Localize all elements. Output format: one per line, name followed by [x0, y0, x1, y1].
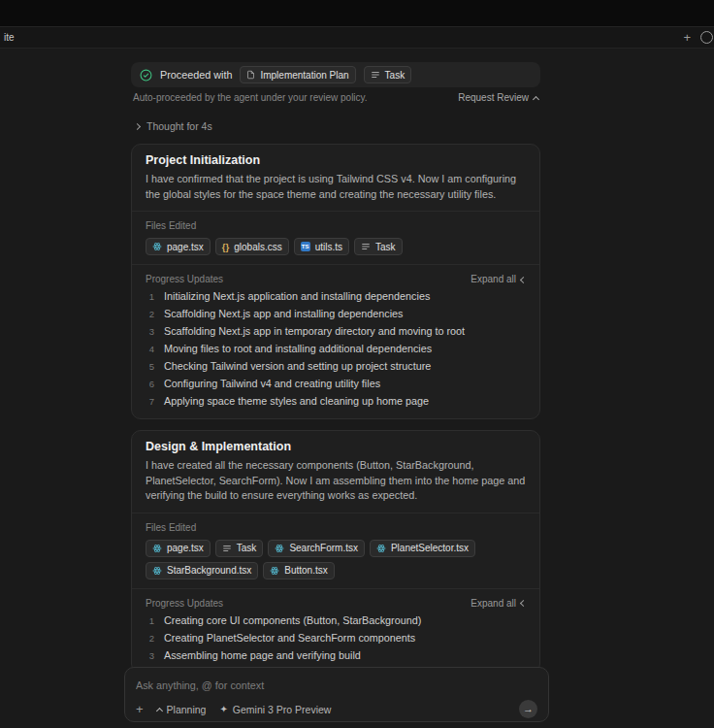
- progress-update[interactable]: 5 Checking Tailwind version and setting …: [146, 357, 526, 375]
- files-edited-label: Files Edited: [146, 220, 526, 231]
- file-chip-label: Task: [237, 543, 257, 553]
- progress-updates-label: Progress Updates: [146, 598, 223, 609]
- tab-label-partial[interactable]: ite: [4, 32, 15, 43]
- thought-toggle[interactable]: Thought for 4s: [131, 120, 540, 132]
- update-number: 2: [147, 309, 154, 319]
- chat-input[interactable]: [136, 679, 537, 691]
- task-chip[interactable]: Task: [364, 66, 412, 83]
- arrow-icon: →: [523, 704, 534, 714]
- update-number: 3: [147, 650, 154, 661]
- expand-all-label: Expand all: [471, 274, 516, 284]
- check-circle-icon: [140, 69, 152, 82]
- file-chip-label: page.tsx: [167, 543, 204, 553]
- file-chip[interactable]: PlanetSelector.tsx: [370, 540, 475, 557]
- progress-updates-section: Progress Updates Expand all 1 Initializi…: [132, 264, 539, 418]
- react-icon: [152, 544, 162, 553]
- implementation-plan-chip[interactable]: Implementation Plan: [240, 66, 355, 83]
- file-chip-label: globals.css: [234, 242, 281, 252]
- request-review-button[interactable]: Request Review: [458, 92, 538, 103]
- update-text: Initializing Next.js application and ins…: [164, 290, 430, 302]
- file-chip-label: Button.tsx: [284, 565, 327, 576]
- list-icon: [361, 242, 371, 251]
- window-titlebar: [0, 0, 714, 27]
- request-review-label: Request Review: [458, 92, 529, 103]
- model-label: Gemini 3 Pro Preview: [233, 704, 332, 715]
- proceeded-label: Proceeded with: [160, 69, 232, 81]
- update-number: 4: [147, 344, 154, 354]
- new-chat-icon[interactable]: +: [683, 31, 691, 44]
- file-chip[interactable]: SearchForm.tsx: [268, 540, 365, 557]
- progress-update[interactable]: 3 Scaffolding Next.js app in temporary d…: [146, 322, 526, 340]
- progress-update[interactable]: 6 Configuring Tailwind v4 and creating u…: [146, 375, 526, 392]
- progress-update[interactable]: 1 Initializing Next.js application and i…: [146, 287, 526, 305]
- chevron-right-icon: [134, 122, 141, 129]
- composer: + Planning ✦ Gemini 3 Pro Preview →: [124, 667, 549, 722]
- update-text: Applying space theme styles and cleaning…: [164, 395, 429, 407]
- attach-icon[interactable]: +: [136, 703, 144, 715]
- typescript-icon: TS: [301, 242, 310, 251]
- list-icon: [222, 544, 232, 553]
- update-number: 1: [147, 291, 154, 302]
- update-number: 1: [147, 615, 154, 626]
- progress-update[interactable]: 3 Assembling home page and verifying bui…: [146, 646, 526, 664]
- thought-label: Thought for 4s: [146, 120, 212, 132]
- account-icon[interactable]: [700, 31, 713, 44]
- file-chip[interactable]: page.tsx: [146, 540, 211, 557]
- chip-label: Implementation Plan: [260, 70, 348, 81]
- mode-selector[interactable]: Planning: [157, 704, 207, 715]
- update-text: Scaffolding Next.js app and installing d…: [164, 308, 404, 319]
- update-text: Configuring Tailwind v4 and creating uti…: [164, 378, 380, 389]
- update-number: 2: [147, 633, 154, 644]
- chevron-left-icon: [520, 600, 527, 607]
- update-text: Assembling home page and verifying build: [164, 649, 361, 661]
- update-number: 3: [147, 326, 154, 337]
- file-chip[interactable]: Button.tsx: [263, 562, 334, 579]
- react-icon: [152, 242, 162, 251]
- files-edited-section: Files Edited page.tsx Task SearchForm.ts…: [132, 513, 539, 588]
- chevron-up-icon: [156, 707, 163, 713]
- mode-label: Planning: [167, 704, 207, 715]
- file-chip-label: utils.ts: [315, 242, 342, 252]
- task-chip[interactable]: Task: [215, 540, 264, 557]
- gemini-icon: ✦: [219, 705, 227, 714]
- update-text: Checking Tailwind version and setting up…: [164, 360, 431, 372]
- composer-controls: + Planning ✦ Gemini 3 Pro Preview →: [136, 700, 537, 718]
- card-body: I have confirmed that the project is usi…: [146, 172, 526, 202]
- file-chip-label: StarBackground.tsx: [167, 565, 251, 576]
- progress-update[interactable]: 2 Scaffolding Next.js app and installing…: [146, 305, 526, 322]
- card-summary-section: Project Initialization I have confirmed …: [132, 145, 539, 211]
- card-title: Project Initialization: [146, 153, 526, 167]
- app-toolbar: ite +: [0, 27, 714, 49]
- send-button[interactable]: →: [519, 700, 537, 718]
- task-chip[interactable]: Task: [354, 238, 403, 255]
- expand-all-label: Expand all: [471, 598, 516, 609]
- progress-update[interactable]: 2 Creating PlanetSelector and SearchForm…: [146, 629, 526, 646]
- file-chips: page.tsx {} globals.css TS utils.ts Task: [146, 238, 526, 255]
- list-icon: [371, 70, 380, 80]
- react-icon: [152, 566, 162, 576]
- file-chip[interactable]: page.tsx: [146, 238, 211, 255]
- file-chip[interactable]: TS utils.ts: [294, 238, 349, 255]
- file-text-icon: [246, 70, 255, 80]
- progress-update[interactable]: 7 Applying space theme styles and cleani…: [146, 392, 526, 410]
- progress-update[interactable]: 1 Creating core UI components (Button, S…: [146, 612, 526, 629]
- progress-updates-section: Progress Updates Expand all 1 Creating c…: [132, 588, 539, 673]
- progress-updates-label: Progress Updates: [146, 274, 223, 284]
- file-chip-label: PlanetSelector.tsx: [391, 543, 469, 553]
- update-text: Moving files to root and installing addi…: [164, 343, 432, 354]
- card-body: I have created all the necessary compone…: [146, 458, 526, 504]
- review-policy-row: Auto-proceeded by the agent under your r…: [131, 92, 540, 103]
- react-icon: [270, 566, 279, 576]
- expand-all-button[interactable]: Expand all: [471, 274, 526, 284]
- toolbar-actions: +: [683, 31, 708, 44]
- proceeded-banner: Proceeded with Implementation Plan Task: [131, 62, 540, 87]
- chevron-left-icon: [520, 277, 527, 283]
- progress-update[interactable]: 4 Moving files to root and installing ad…: [146, 340, 526, 357]
- review-note: Auto-proceeded by the agent under your r…: [133, 92, 368, 103]
- files-edited-label: Files Edited: [146, 522, 526, 533]
- file-chip[interactable]: {} globals.css: [215, 238, 289, 255]
- model-selector[interactable]: ✦ Gemini 3 Pro Preview: [219, 704, 331, 715]
- update-text: Creating PlanetSelector and SearchForm c…: [164, 632, 415, 644]
- file-chip[interactable]: StarBackground.tsx: [146, 562, 258, 579]
- expand-all-button[interactable]: Expand all: [471, 598, 526, 609]
